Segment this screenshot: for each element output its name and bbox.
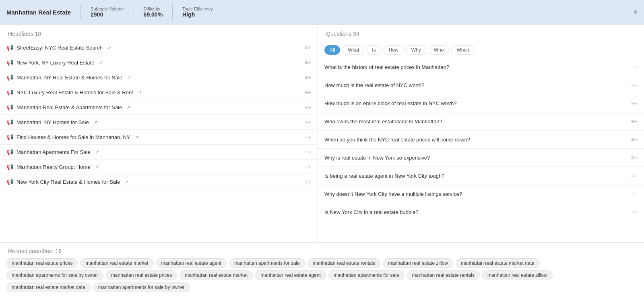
filter-button-is[interactable]: Is: [367, 45, 381, 55]
related-tag[interactable]: manhattan real estate market: [80, 258, 153, 268]
headline-item[interactable]: 📢 Find Houses & Homes for Sale in Manhat…: [0, 130, 318, 145]
related-tag[interactable]: manhattan apartments for sale: [328, 270, 405, 280]
question-item[interactable]: Is being a real estate agent in New York…: [318, 167, 644, 185]
related-tag[interactable]: manhattan real estate prices: [6, 258, 78, 268]
related-tag[interactable]: manhattan real estate agent: [255, 270, 326, 280]
external-link-icon[interactable]: ➚: [138, 90, 142, 95]
filter-button-why[interactable]: Why: [406, 45, 426, 55]
external-link-icon[interactable]: ➚: [127, 75, 131, 80]
question-action-icon[interactable]: ≡+: [631, 209, 638, 215]
external-link-icon[interactable]: ➚: [125, 179, 128, 185]
external-link-icon[interactable]: ➚: [95, 150, 99, 155]
related-tag[interactable]: manhattan apartments for sale by owner: [6, 270, 103, 280]
list-action-icon[interactable]: ≡+: [305, 44, 311, 51]
subtopic-volume: Subtopic Volume 2900: [91, 6, 124, 18]
question-item[interactable]: Why doesn't New York City have a multipl…: [318, 185, 644, 203]
question-action-icon[interactable]: ≡+: [631, 64, 638, 70]
question-text: When do you think the NYC real estate pr…: [324, 137, 470, 143]
related-tag[interactable]: manhattan real estate zillow: [482, 270, 553, 280]
question-action-icon[interactable]: ≡+: [631, 172, 638, 179]
external-link-icon[interactable]: ➚: [95, 164, 99, 170]
question-text: Is being a real estate agent in New York…: [324, 173, 444, 179]
headline-item[interactable]: 📢 NYC Luxury Real Estate & Homes for Sal…: [0, 85, 318, 100]
filter-button-how[interactable]: How: [384, 45, 404, 55]
list-action-icon[interactable]: ≡+: [305, 89, 311, 96]
related-tag[interactable]: manhattan real estate zillow: [383, 258, 453, 268]
list-action-icon[interactable]: ≡+: [305, 179, 311, 185]
external-link-icon[interactable]: ➚: [127, 105, 130, 110]
headline-left: 📢 Find Houses & Homes for Sale in Manhat…: [6, 134, 139, 140]
divider: [80, 4, 81, 20]
question-item[interactable]: Is New York City in a real estate bubble…: [318, 203, 644, 221]
question-item[interactable]: What is the history of real estate price…: [318, 58, 644, 76]
panels-row: Headlines10 📢 StreetEasy: NYC Real Estat…: [0, 25, 644, 242]
headline-item[interactable]: 📢 Manhattan, NY Homes for Sale ➚ ≡+: [0, 115, 318, 130]
difficulty-section: Difficulty 69.00%: [144, 6, 163, 18]
efficiency-section: Topic Efficiency High: [182, 6, 213, 18]
question-item[interactable]: How much is the real estate of NYC worth…: [318, 76, 644, 94]
related-tag[interactable]: manhattan real estate prices: [106, 270, 177, 280]
list-action-icon[interactable]: ≡+: [305, 59, 311, 66]
question-text: How much is an entire block of real esta…: [324, 100, 457, 106]
headline-text: New York, NY Luxury Real Estate: [17, 60, 94, 66]
question-item[interactable]: How much is an entire block of real esta…: [318, 94, 644, 112]
questions-panel: Questions34 AllWhatIsHowWhyWhoWhen What …: [318, 25, 644, 242]
external-link-icon[interactable]: ➚: [99, 60, 103, 65]
headline-item[interactable]: 📢 Manhattan Apartments For Sale ➚ ≡+: [0, 145, 318, 160]
headline-item[interactable]: 📢 StreetEasy: NYC Real Estate Search ➚ ≡…: [0, 40, 318, 55]
question-text: Is New York City in a real estate bubble…: [324, 209, 418, 215]
headline-item[interactable]: 📢 Manhattan, NY Real Estate & Homes for …: [0, 70, 318, 85]
filter-button-all[interactable]: All: [324, 45, 340, 55]
subtopic-volume-label: Subtopic Volume: [91, 6, 124, 11]
headline-item[interactable]: 📢 Manhattan Real Estate & Apartments for…: [0, 100, 318, 115]
list-action-icon[interactable]: ≡+: [305, 164, 311, 170]
headline-item[interactable]: 📢 Manhattan Realty Group: Home ➚ ≡+: [0, 160, 318, 174]
headline-item[interactable]: 📢 New York, NY Luxury Real Estate ➚ ≡+: [0, 55, 318, 70]
external-link-icon[interactable]: ➚: [107, 45, 111, 50]
subtopic-volume-value: 2900: [91, 11, 124, 18]
questions-list: What is the history of real estate price…: [318, 58, 644, 221]
filter-button-when[interactable]: When: [451, 45, 474, 55]
question-item[interactable]: Who owns the most real estate/land in Ma…: [318, 112, 644, 131]
related-tag[interactable]: manhattan apartments for sale: [229, 258, 305, 268]
difficulty-label: Difficulty: [144, 6, 163, 11]
headline-item[interactable]: 📢 New York City Real Estate & Homes for …: [0, 174, 318, 189]
headline-left: 📢 NYC Luxury Real Estate & Homes for Sal…: [6, 89, 142, 96]
filter-button-what[interactable]: What: [343, 45, 364, 55]
related-searches-header: Related searches 16: [6, 247, 638, 254]
related-tag[interactable]: manhattan real estate market data: [6, 282, 91, 292]
headline-text: StreetEasy: NYC Real Estate Search: [17, 45, 103, 51]
related-tag[interactable]: manhattan real estate market data: [456, 258, 540, 268]
headline-text: Manhattan Apartments For Sale: [17, 149, 91, 155]
question-action-icon[interactable]: ≡+: [631, 191, 638, 197]
list-action-icon[interactable]: ≡+: [305, 104, 311, 110]
related-tag[interactable]: manhattan real estate rentals: [308, 258, 380, 268]
question-filters: AllWhatIsHowWhyWhoWhen: [318, 40, 644, 58]
related-count: 16: [55, 248, 62, 254]
related-tag[interactable]: manhattan real estate market: [180, 270, 253, 280]
question-action-icon[interactable]: ≡+: [631, 82, 638, 88]
question-text: What is the history of real estate price…: [324, 64, 449, 70]
filter-button-who[interactable]: Who: [429, 45, 449, 55]
question-item[interactable]: When do you think the NYC real estate pr…: [318, 131, 644, 149]
efficiency-label: Topic Efficiency: [182, 6, 213, 11]
question-action-icon[interactable]: ≡+: [631, 154, 638, 161]
related-tag[interactable]: manhattan real estate agent: [156, 258, 227, 268]
list-action-icon[interactable]: ≡+: [305, 74, 311, 81]
list-action-icon[interactable]: ≡+: [305, 134, 311, 140]
list-action-icon[interactable]: ≡+: [305, 119, 311, 125]
list-action-icon[interactable]: ≡+: [305, 149, 311, 155]
external-link-icon[interactable]: ➚: [135, 135, 139, 140]
question-action-icon[interactable]: ≡+: [631, 136, 638, 143]
question-text: Why doesn't New York City have a multipl…: [324, 191, 462, 197]
close-button[interactable]: ×: [633, 8, 638, 17]
question-item[interactable]: Why is real estate in New York so expens…: [318, 149, 644, 167]
difficulty: Difficulty 69.00%: [144, 6, 163, 18]
question-action-icon[interactable]: ≡+: [631, 118, 638, 125]
question-action-icon[interactable]: ≡+: [631, 100, 638, 106]
related-tag[interactable]: manhattan real estate rentals: [407, 270, 480, 280]
external-link-icon[interactable]: ➚: [94, 120, 97, 125]
megaphone-icon: 📢: [6, 164, 13, 170]
divider3: [172, 4, 173, 20]
related-tag[interactable]: manhattan apartments for sale by owner: [93, 282, 190, 292]
